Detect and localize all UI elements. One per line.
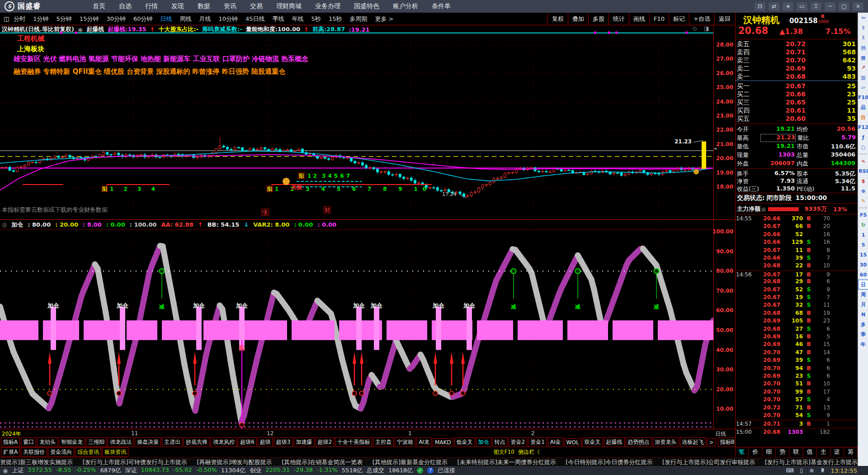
tf-n[interactable]: N: [858, 309, 868, 319]
tf-day[interactable]: 日: [858, 280, 868, 290]
timeframe-45日线[interactable]: 45日线: [245, 15, 265, 23]
timeframe-日线[interactable]: 日线: [160, 15, 172, 23]
board-tag[interactable]: 上海板块: [17, 45, 44, 53]
status-expand-icon[interactable]: ◉: [3, 467, 8, 474]
dollar-icon[interactable]: $: [858, 176, 868, 186]
indicator-tab-趋势拐点[interactable]: 趋势拐点: [626, 437, 652, 447]
panel-toggle-icon[interactable]: ◫: [4, 15, 9, 22]
indicator-tab-超级6[interactable]: 超级6: [238, 437, 257, 447]
circle-icon[interactable]: ○: [858, 142, 868, 152]
indicator-tab-游资龙头[interactable]: 游资龙头: [653, 437, 679, 447]
toolbar-button-+自选[interactable]: +自选: [689, 13, 714, 25]
indicator-tab-双金叉[interactable]: 双金叉: [582, 437, 603, 447]
tf-30-minute[interactable]: 30: [858, 260, 868, 270]
timeframe-30分钟[interactable]: 30分钟: [106, 15, 126, 23]
back-icon[interactable]: ⇦: [858, 13, 868, 23]
tf-15-minute[interactable]: 15: [858, 250, 868, 260]
indicator-tab-操盘决策[interactable]: 操盘决策: [135, 437, 161, 447]
extension-tab-综合资讯[interactable]: 综合资讯: [75, 447, 101, 457]
toolbar-button-标记[interactable]: 标记: [669, 13, 689, 25]
extension-tab-资金流向[interactable]: 资金流向: [48, 447, 74, 457]
menu-item-理财商城[interactable]: 理财商城: [276, 2, 302, 10]
timeframe-更多 >[interactable]: 更多 >: [375, 15, 393, 23]
extension-link-侧边栏《[interactable]: 侧边栏《: [517, 448, 541, 456]
timeframe-多周期[interactable]: 多周期: [349, 15, 367, 23]
help-icon[interactable]: ?: [427, 467, 434, 474]
indicator-panel-chart[interactable]: 买减减减减加仓加仓加仓加仓加仓加仓加仓加仓: [0, 229, 713, 429]
zhang-marker[interactable]: 涨: [261, 209, 269, 216]
quote-tab-笔[interactable]: 笔: [735, 447, 749, 457]
indicator-tab-AI金[interactable]: AI金: [548, 437, 563, 447]
quote-tab-价[interactable]: 价: [749, 447, 762, 457]
page-up-icon[interactable]: ⇧: [858, 23, 868, 33]
trend-icon[interactable]: ↗: [858, 62, 868, 72]
main-flow-row[interactable]: 主力净额▤9335万13%: [737, 205, 856, 213]
ask-row-卖五[interactable]: 卖五20.72301: [737, 40, 856, 48]
toolbar-button-F10[interactable]: F10: [649, 13, 669, 25]
skin-icon[interactable]: ♖: [811, 2, 821, 11]
tf-60-minute[interactable]: 60: [858, 270, 868, 280]
tf-5-minute[interactable]: 5: [858, 240, 868, 250]
extension-tab-板块资讯[interactable]: 板块资讯: [102, 447, 128, 457]
indicator-tab-MAKD[interactable]: MAKD: [433, 438, 453, 446]
kline-icon[interactable]: ▥: [858, 72, 868, 82]
indicator-tab-指标A[interactable]: 指标A: [1, 437, 20, 447]
notice-ticker[interactable]: 资提示]新三板增发实施提示[发行与上市提示]可转债发行与上市提示[再融资提示]增…: [0, 457, 858, 467]
page-down-icon[interactable]: ⇩: [858, 33, 868, 43]
indicator-tab-连板起飞[interactable]: 连板起飞: [680, 437, 706, 447]
tf-quarter[interactable]: 季: [858, 329, 868, 339]
indicator-tab-窗口[interactable]: 窗口: [21, 437, 36, 447]
timeframe-5秒[interactable]: 5秒: [311, 15, 321, 23]
quote-tab-细[interactable]: 细: [762, 447, 776, 457]
menu-item-自选[interactable]: 自选: [119, 2, 132, 10]
timeframe-60分钟[interactable]: 60分钟: [133, 15, 153, 23]
f10-icon[interactable]: F10: [858, 92, 868, 102]
indicator-tab-主控盘[interactable]: 主控盘: [373, 437, 394, 447]
f12-icon[interactable]: F12: [858, 122, 868, 132]
quote-tab-主[interactable]: 主: [817, 447, 830, 457]
toolbar-button-多股[interactable]: 多股: [588, 13, 609, 25]
menu-item-交易[interactable]: 交易: [250, 2, 263, 10]
quote-tab-筹[interactable]: 筹: [844, 447, 858, 457]
minimize-button[interactable]: ─: [825, 2, 835, 11]
menu-item-条件单[interactable]: 条件单: [432, 2, 451, 10]
bid-row-买一[interactable]: 买一20.6725: [737, 82, 856, 90]
indicator-tab-right-指标B[interactable]: 指标B: [718, 437, 737, 447]
close-button[interactable]: ×: [853, 2, 863, 11]
indicator-tab-低金叉[interactable]: 低金叉: [454, 437, 475, 447]
indicator-tab-转点[interactable]: 转点: [492, 437, 508, 447]
cai-marker[interactable]: 财: [324, 206, 331, 214]
bid-row-买四[interactable]: 买四20.6111: [737, 107, 856, 115]
formula-icon[interactable]: ƒ: [858, 132, 868, 142]
menu-item-账户分析[interactable]: 账户分析: [393, 2, 418, 10]
menu-item-资讯[interactable]: 资讯: [224, 2, 236, 10]
quote-tab-值[interactable]: 值: [803, 447, 817, 457]
industry-tag[interactable]: 工程机械: [17, 34, 44, 43]
indicator-tab-资金1[interactable]: 资金1: [528, 437, 547, 447]
extension-tab-关联报价[interactable]: 关联报价: [21, 447, 47, 457]
indicator-tab-超级2[interactable]: 超级2: [316, 437, 335, 447]
indicator-tab-三维阳[interactable]: 三维阳: [86, 437, 107, 447]
timeframe-10分钟[interactable]: 10分钟: [219, 15, 238, 23]
switch-icon[interactable]: ⇄: [769, 2, 779, 11]
indicator-tab-抄底先锋[interactable]: 抄底先锋: [184, 437, 210, 447]
indicator-tab-AI龙[interactable]: AI龙: [416, 437, 432, 447]
indicator-tab->[interactable]: >: [707, 438, 716, 446]
tf-multi[interactable]: 多: [858, 319, 868, 329]
toolbar-button-返回[interactable]: 返回: [714, 13, 735, 25]
menu-item-国盛特色[interactable]: 国盛特色: [354, 2, 379, 10]
indicator-tab-超级3[interactable]: 超级3: [274, 437, 293, 447]
bid-row-买五[interactable]: 买五20.6035: [737, 115, 856, 123]
message-icon[interactable]: ⊡: [755, 2, 765, 11]
quote-tab-逆[interactable]: 逆: [830, 447, 844, 457]
timeframe-15秒[interactable]: 15秒: [329, 15, 342, 23]
menu-item-数据[interactable]: 数据: [198, 2, 210, 10]
toolbar-button-画线[interactable]: 画线: [629, 13, 649, 25]
indicator-tab-十全十美指标[interactable]: 十全十美指标: [335, 437, 372, 447]
toolbar-button-叠加[interactable]: 叠加: [568, 13, 588, 25]
timeframe-5分钟[interactable]: 5分钟: [57, 15, 72, 23]
menu-item-发现[interactable]: 发现: [171, 2, 184, 10]
indicator-tab-主进出[interactable]: 主进出: [162, 437, 183, 447]
ask-row-卖四[interactable]: 卖四20.71568: [737, 48, 856, 57]
timeframe-年线[interactable]: 年线: [292, 15, 304, 23]
